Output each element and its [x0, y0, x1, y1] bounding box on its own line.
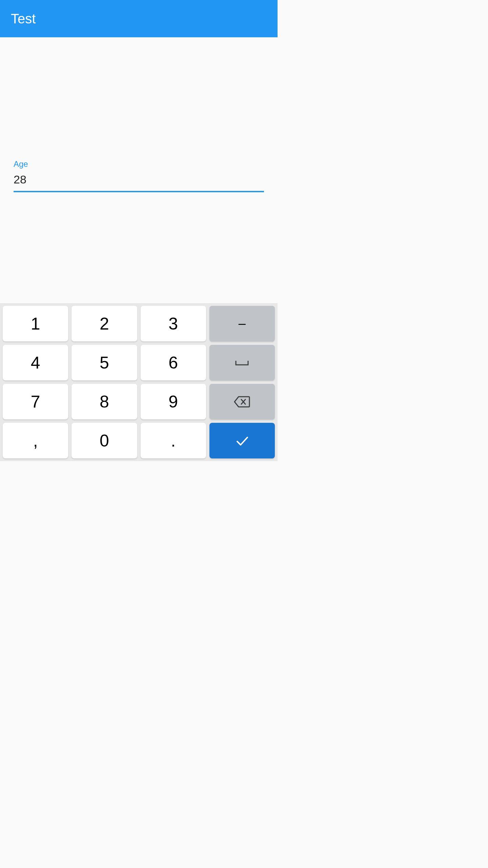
- key-2[interactable]: 2: [72, 306, 137, 341]
- key-backspace[interactable]: [209, 384, 275, 419]
- space-icon: [235, 355, 249, 370]
- key-7[interactable]: 7: [3, 384, 68, 419]
- key-4[interactable]: 4: [3, 345, 68, 380]
- backspace-icon: [234, 395, 250, 408]
- key-minus[interactable]: –: [209, 306, 275, 341]
- key-5[interactable]: 5: [72, 345, 137, 380]
- minus-icon: –: [239, 316, 246, 331]
- age-input[interactable]: [14, 171, 264, 192]
- key-space[interactable]: [209, 345, 275, 380]
- numeric-keyboard: 1 2 3 – 4 5 6 7 8 9 , 0 .: [0, 303, 278, 461]
- age-label: Age: [14, 159, 264, 169]
- key-8[interactable]: 8: [72, 384, 137, 419]
- app-title: Test: [11, 11, 36, 26]
- key-enter[interactable]: [209, 423, 275, 458]
- key-0[interactable]: 0: [72, 423, 137, 458]
- key-9[interactable]: 9: [141, 384, 206, 419]
- content-area: Age: [0, 37, 278, 206]
- app-header: Test: [0, 0, 278, 37]
- key-1[interactable]: 1: [3, 306, 68, 341]
- key-period[interactable]: .: [141, 423, 206, 458]
- key-6[interactable]: 6: [141, 345, 206, 380]
- checkmark-icon: [235, 433, 249, 448]
- key-comma[interactable]: ,: [3, 423, 68, 458]
- age-input-group: Age: [14, 159, 264, 192]
- space-bracket-icon: [235, 360, 249, 367]
- key-3[interactable]: 3: [141, 306, 206, 341]
